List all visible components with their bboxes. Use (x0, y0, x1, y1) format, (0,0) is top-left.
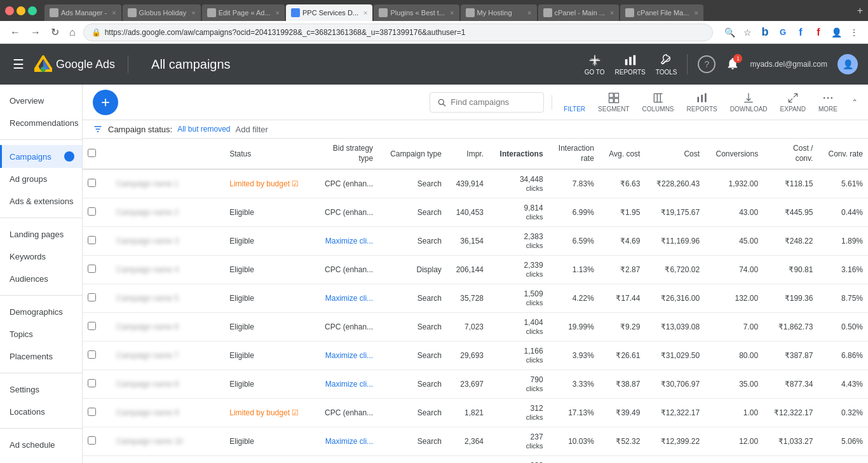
row-campaign-name[interactable]: Campaign name 10 (111, 427, 224, 456)
segment-button[interactable]: SEGMENT (594, 89, 633, 115)
avatar-icon[interactable]: 👤 (830, 26, 843, 39)
tab-close[interactable]: × (527, 9, 531, 17)
bid-strategy-link[interactable]: Maximize cli... (325, 237, 373, 245)
sidebar-item-settings[interactable]: Settings (0, 378, 82, 401)
row-select-checkbox[interactable] (88, 408, 96, 416)
menu-icon[interactable]: ⋮ (848, 26, 860, 39)
row-select-checkbox[interactable] (88, 436, 96, 445)
row-select-checkbox[interactable] (88, 322, 96, 330)
tab-close[interactable]: × (112, 9, 116, 17)
browser-tab[interactable]: PPC Services D...× (286, 4, 372, 21)
browser-tab[interactable]: cPanel - Main ...× (538, 4, 620, 21)
row-campaign-name[interactable]: Campaign name 7 (111, 342, 224, 370)
th-campaign-type[interactable]: Campaign type (378, 139, 447, 169)
row-select-checkbox[interactable] (88, 179, 96, 187)
help-button[interactable]: ? (698, 55, 715, 73)
row-campaign-name[interactable]: Campaign name 6 (111, 313, 224, 342)
search-campaigns-input[interactable] (451, 97, 533, 107)
row-checkbox[interactable] (83, 198, 101, 227)
row-select-checkbox[interactable] (88, 379, 96, 387)
window-close-btn[interactable] (5, 6, 14, 15)
home-button[interactable]: ⌂ (67, 25, 78, 39)
browser-tab[interactable]: Globus Holiday× (123, 4, 201, 21)
expand-button[interactable]: EXPAND (776, 89, 810, 115)
row-checkbox[interactable] (83, 399, 101, 427)
row-campaign-name[interactable]: Campaign name 1 (111, 169, 224, 198)
th-status[interactable]: Status (224, 139, 313, 169)
window-min-btn[interactable] (17, 6, 25, 15)
fb-icon[interactable]: f (794, 26, 807, 39)
sidebar-item-topics[interactable]: Topics (0, 323, 82, 345)
columns-button[interactable]: COLUMNS (639, 89, 678, 115)
row-checkbox[interactable] (83, 169, 101, 198)
sidebar-item-campaigns[interactable]: Campaigns (0, 145, 82, 168)
row-campaign-name[interactable]: Campaign name 4 (111, 256, 224, 284)
goto-button[interactable]: GO TO (585, 53, 605, 76)
refresh-button[interactable]: ↻ (48, 25, 62, 39)
sidebar-item-ads-and-extensions[interactable]: Ads & extensions (0, 190, 82, 212)
download-button[interactable]: DOWNLOAD (726, 89, 771, 115)
filter-button[interactable]: FILTER (560, 89, 589, 115)
sidebar-item-devices[interactable]: Devices (0, 456, 82, 463)
sidebar-item-ad-schedule[interactable]: Ad schedule (0, 434, 82, 456)
url-bar[interactable]: 🔒 https://ads.google.com/aw/campaigns?oc… (83, 24, 713, 41)
row-checkbox[interactable] (83, 342, 101, 370)
bid-strategy-link[interactable]: Maximize cli... (325, 380, 373, 389)
th-bid-strategy[interactable]: Bid strategytype (313, 139, 379, 169)
tab-close[interactable]: × (363, 9, 367, 17)
ga-icon[interactable]: G (776, 26, 789, 39)
bid-strategy-link[interactable]: Maximize cli... (325, 294, 373, 303)
row-checkbox[interactable] (83, 227, 101, 256)
sidebar-item-demographics[interactable]: Demographics (0, 301, 82, 323)
bid-strategy-link[interactable]: Maximize cli... (325, 437, 373, 446)
row-campaign-name[interactable]: Campaign name 8 (111, 370, 224, 399)
row-select-checkbox[interactable] (88, 293, 96, 301)
th-interaction-rate[interactable]: Interactionrate (548, 139, 599, 169)
forward-button[interactable]: → (28, 25, 43, 39)
row-checkbox[interactable] (83, 313, 101, 342)
tab-close[interactable]: × (191, 9, 195, 17)
row-campaign-name[interactable]: Campaign name 3 (111, 227, 224, 256)
th-interactions[interactable]: Interactions (489, 139, 548, 169)
row-checkbox[interactable] (83, 284, 101, 313)
sidebar-item-audiences[interactable]: Audiences (0, 268, 82, 290)
tools-nav-button[interactable]: TOOLS (656, 53, 677, 76)
row-select-checkbox[interactable] (88, 265, 96, 273)
fb2-icon[interactable]: f (812, 26, 825, 39)
browser-tab[interactable]: Ads Manager -× (44, 4, 121, 21)
filter-status-value[interactable]: All but removed (177, 125, 230, 134)
limited-budget-link[interactable]: Limited by budget ☑ (229, 408, 299, 417)
user-avatar[interactable]: 👤 (837, 54, 858, 74)
hamburger-menu[interactable]: ☰ (10, 54, 27, 74)
th-avg-cost[interactable]: Avg. cost (599, 139, 646, 169)
sidebar-item-locations[interactable]: Locations (0, 401, 82, 423)
row-checkbox[interactable] (83, 456, 101, 463)
row-checkbox[interactable] (83, 370, 101, 399)
add-filter-button[interactable]: Add filter (236, 125, 268, 134)
sidebar-item-placements[interactable]: Placements (0, 345, 82, 368)
search-icon[interactable]: 🔍 (723, 26, 736, 39)
bookmark-icon[interactable]: ☆ (741, 26, 754, 39)
reports-nav-button[interactable]: REPORTS (615, 53, 646, 76)
row-campaign-name[interactable]: Campaign name 5 (111, 284, 224, 313)
row-select-checkbox[interactable] (88, 350, 96, 359)
browser-tab[interactable]: cPanel File Ma...× (620, 4, 703, 21)
row-checkbox[interactable] (83, 256, 101, 284)
extension-icon[interactable]: b (759, 26, 771, 39)
th-conversions[interactable]: Conversions (705, 139, 763, 169)
new-tab-button[interactable]: + (857, 5, 863, 17)
row-select-checkbox[interactable] (88, 207, 96, 216)
row-checkbox[interactable] (83, 427, 101, 456)
browser-tab[interactable]: My Hosting× (461, 4, 537, 21)
tab-close[interactable]: × (450, 9, 454, 17)
reports-toolbar-button[interactable]: REPORTS (683, 89, 721, 115)
user-email[interactable]: myads.del@gmail.com (750, 60, 827, 69)
sidebar-item-keywords[interactable]: Keywords (0, 245, 82, 268)
th-cost-conv[interactable]: Cost /conv. (763, 139, 818, 169)
tab-close[interactable]: × (276, 9, 280, 17)
sidebar-item-ad-groups[interactable]: Ad groups (0, 168, 82, 190)
more-button[interactable]: MORE (815, 89, 841, 115)
row-campaign-name[interactable]: Campaign name 11 (111, 456, 224, 463)
row-campaign-name[interactable]: Campaign name 9 (111, 399, 224, 427)
add-campaign-button[interactable]: + (93, 90, 118, 115)
